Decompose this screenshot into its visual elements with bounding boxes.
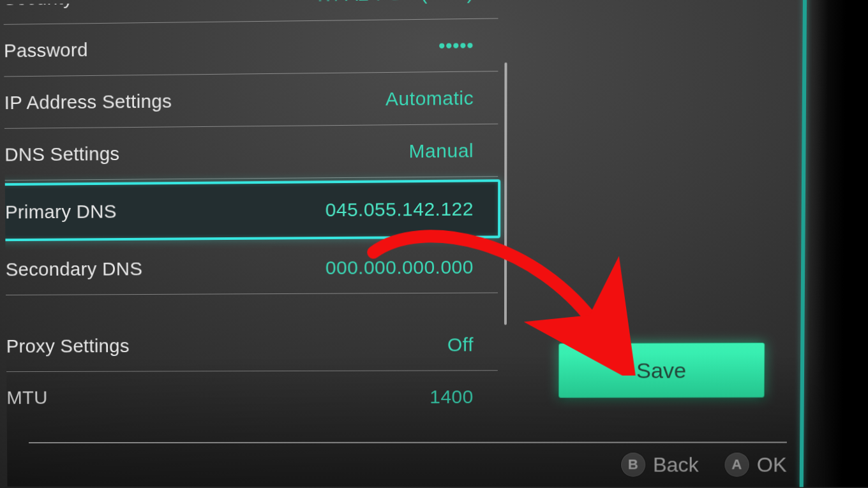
scrollbar[interactable] — [504, 63, 507, 325]
row-label: Security — [3, 0, 73, 9]
row-secondary-dns[interactable]: Secondary DNS 000.000.000.000 — [3, 240, 498, 295]
row-spacer — [3, 293, 498, 320]
ok-label: OK — [757, 453, 787, 477]
row-password[interactable]: Password ••••• — [3, 18, 498, 77]
footer-controls: B Back A OK — [29, 441, 787, 486]
row-value: 000.000.000.000 — [326, 256, 474, 278]
row-dns-settings[interactable]: DNS Settings Manual — [3, 124, 498, 181]
row-value: WPA2-PSK (AES) — [315, 0, 474, 5]
row-label: MTU — [6, 387, 47, 409]
row-value: 045.055.142.122 — [326, 198, 474, 221]
row-label: DNS Settings — [4, 143, 119, 165]
row-label: Proxy Settings — [6, 335, 130, 357]
row-ip-address-settings[interactable]: IP Address Settings Automatic — [3, 71, 498, 129]
row-label: IP Address Settings — [4, 90, 172, 113]
row-value: Manual — [409, 140, 474, 162]
row-label: Password — [4, 39, 88, 61]
row-value: 1400 — [430, 386, 474, 408]
row-label: Primary DNS — [5, 201, 117, 223]
b-button-icon: B — [621, 453, 645, 477]
back-control[interactable]: B Back — [621, 453, 699, 477]
a-button-icon: A — [724, 452, 749, 477]
row-value: ••••• — [438, 34, 474, 57]
row-mtu[interactable]: MTU 1400 — [3, 371, 497, 424]
row-proxy-settings[interactable]: Proxy Settings Off — [3, 318, 497, 372]
back-label: Back — [653, 453, 699, 477]
settings-list: Security WPA2-PSK (AES) Password ••••• I… — [3, 0, 498, 424]
save-button[interactable]: Save — [558, 343, 765, 398]
row-label: Secondary DNS — [6, 258, 143, 280]
row-value: Automatic — [385, 87, 474, 110]
row-primary-dns[interactable]: Primary DNS 045.055.142.122 — [3, 179, 500, 242]
ok-control[interactable]: A OK — [724, 452, 787, 477]
row-value: Off — [447, 334, 474, 355]
save-button-label: Save — [636, 358, 686, 383]
